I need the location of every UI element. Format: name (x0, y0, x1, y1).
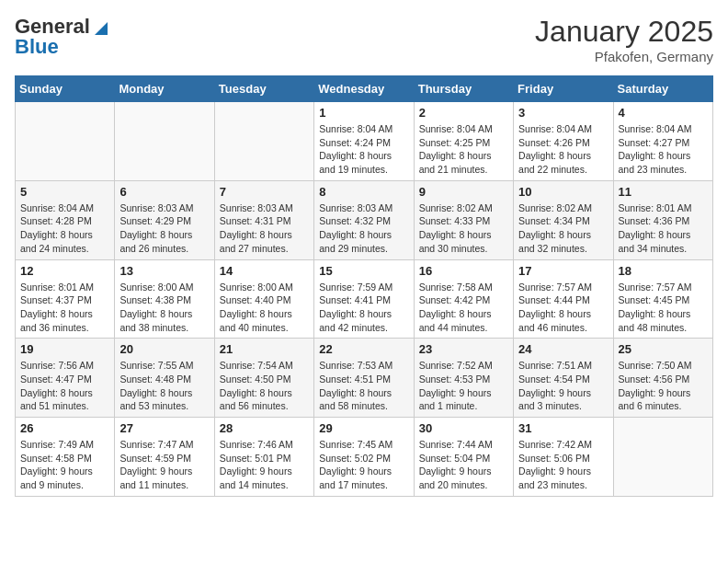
day-number: 31 (518, 421, 608, 435)
calendar-cell: 26Sunrise: 7:49 AM Sunset: 4:58 PM Dayli… (16, 418, 115, 497)
calendar-cell: 25Sunrise: 7:50 AM Sunset: 4:56 PM Dayli… (613, 339, 712, 418)
day-info: Sunrise: 7:58 AM Sunset: 4:42 PM Dayligh… (419, 281, 508, 335)
day-info: Sunrise: 8:03 AM Sunset: 4:31 PM Dayligh… (220, 201, 309, 256)
day-info: Sunrise: 8:01 AM Sunset: 4:37 PM Dayligh… (20, 281, 109, 335)
calendar-cell: 12Sunrise: 8:01 AM Sunset: 4:37 PM Dayli… (16, 259, 115, 339)
weekday-header-row: SundayMondayTuesdayWednesdayThursdayFrid… (16, 76, 713, 102)
svg-marker-0 (95, 22, 108, 35)
day-info: Sunrise: 7:49 AM Sunset: 4:58 PM Dayligh… (20, 438, 109, 492)
day-number: 11 (619, 185, 708, 199)
day-number: 23 (419, 342, 508, 356)
day-info: Sunrise: 8:04 AM Sunset: 4:26 PM Dayligh… (518, 122, 608, 177)
calendar-cell: 31Sunrise: 7:42 AM Sunset: 5:06 PM Dayli… (514, 418, 613, 497)
calendar-cell (613, 418, 712, 497)
calendar-cell: 24Sunrise: 7:51 AM Sunset: 4:54 PM Dayli… (514, 339, 613, 418)
calendar-cell: 2Sunrise: 8:04 AM Sunset: 4:25 PM Daylig… (414, 102, 513, 181)
weekday-header-sunday: Sunday (16, 76, 115, 102)
calendar-cell: 29Sunrise: 7:45 AM Sunset: 5:02 PM Dayli… (314, 418, 414, 497)
calendar-cell: 30Sunrise: 7:44 AM Sunset: 5:04 PM Dayli… (414, 418, 513, 497)
day-info: Sunrise: 7:42 AM Sunset: 5:06 PM Dayligh… (518, 438, 608, 492)
day-info: Sunrise: 8:02 AM Sunset: 4:34 PM Dayligh… (518, 201, 608, 256)
calendar-cell (16, 102, 115, 181)
day-number: 8 (319, 185, 408, 199)
weekday-header-friday: Friday (514, 76, 613, 102)
day-info: Sunrise: 7:54 AM Sunset: 4:50 PM Dayligh… (220, 359, 309, 413)
day-info: Sunrise: 7:47 AM Sunset: 4:59 PM Dayligh… (119, 438, 209, 492)
day-number: 12 (20, 264, 109, 278)
day-number: 22 (319, 342, 408, 356)
day-number: 5 (20, 185, 109, 199)
calendar-cell: 3Sunrise: 8:04 AM Sunset: 4:26 PM Daylig… (514, 102, 613, 181)
day-number: 6 (119, 185, 209, 199)
weekday-header-saturday: Saturday (613, 76, 712, 102)
day-info: Sunrise: 7:57 AM Sunset: 4:44 PM Dayligh… (518, 281, 608, 335)
day-info: Sunrise: 7:45 AM Sunset: 5:02 PM Dayligh… (319, 438, 408, 492)
calendar-cell (115, 102, 214, 181)
day-info: Sunrise: 8:00 AM Sunset: 4:38 PM Dayligh… (119, 281, 209, 335)
calendar-cell: 10Sunrise: 8:02 AM Sunset: 4:34 PM Dayli… (514, 180, 613, 259)
calendar-cell (214, 102, 313, 181)
day-number: 10 (518, 185, 608, 199)
day-info: Sunrise: 7:51 AM Sunset: 4:54 PM Dayligh… (518, 359, 608, 413)
day-number: 16 (419, 264, 508, 278)
calendar-cell: 20Sunrise: 7:55 AM Sunset: 4:48 PM Dayli… (115, 339, 214, 418)
calendar-cell: 8Sunrise: 8:03 AM Sunset: 4:32 PM Daylig… (314, 180, 414, 259)
day-info: Sunrise: 7:59 AM Sunset: 4:41 PM Dayligh… (319, 281, 408, 335)
calendar-cell: 22Sunrise: 7:53 AM Sunset: 4:51 PM Dayli… (314, 339, 414, 418)
day-info: Sunrise: 7:56 AM Sunset: 4:47 PM Dayligh… (20, 359, 109, 413)
calendar-cell: 28Sunrise: 7:46 AM Sunset: 5:01 PM Dayli… (214, 418, 313, 497)
title-area: January 2025 Pfakofen, Germany (535, 15, 713, 64)
day-number: 29 (319, 421, 408, 435)
day-number: 30 (419, 421, 508, 435)
day-number: 13 (119, 264, 209, 278)
day-number: 1 (319, 106, 408, 120)
day-number: 25 (619, 342, 708, 356)
day-info: Sunrise: 7:57 AM Sunset: 4:45 PM Dayligh… (619, 281, 708, 335)
week-row-4: 19Sunrise: 7:56 AM Sunset: 4:47 PM Dayli… (16, 339, 713, 418)
calendar-cell: 4Sunrise: 8:04 AM Sunset: 4:27 PM Daylig… (613, 102, 712, 181)
calendar-cell: 13Sunrise: 8:00 AM Sunset: 4:38 PM Dayli… (115, 259, 214, 339)
day-info: Sunrise: 7:55 AM Sunset: 4:48 PM Dayligh… (119, 359, 209, 413)
calendar-cell: 11Sunrise: 8:01 AM Sunset: 4:36 PM Dayli… (613, 180, 712, 259)
day-info: Sunrise: 8:04 AM Sunset: 4:27 PM Dayligh… (619, 122, 708, 177)
day-number: 27 (119, 421, 209, 435)
day-number: 18 (619, 264, 708, 278)
day-info: Sunrise: 7:50 AM Sunset: 4:56 PM Dayligh… (619, 359, 708, 413)
calendar-cell: 6Sunrise: 8:03 AM Sunset: 4:29 PM Daylig… (115, 180, 214, 259)
day-info: Sunrise: 8:04 AM Sunset: 4:24 PM Dayligh… (319, 122, 408, 177)
day-number: 14 (220, 264, 309, 278)
page-header: General Blue January 2025 Pfakofen, Germ… (15, 15, 713, 64)
month-title: January 2025 (535, 15, 713, 49)
day-number: 9 (419, 185, 508, 199)
calendar-cell: 7Sunrise: 8:03 AM Sunset: 4:31 PM Daylig… (214, 180, 313, 259)
calendar-cell: 15Sunrise: 7:59 AM Sunset: 4:41 PM Dayli… (314, 259, 414, 339)
weekday-header-thursday: Thursday (414, 76, 513, 102)
day-info: Sunrise: 7:52 AM Sunset: 4:53 PM Dayligh… (419, 359, 508, 413)
day-number: 24 (518, 342, 608, 356)
day-number: 26 (20, 421, 109, 435)
day-number: 3 (518, 106, 608, 120)
calendar-cell: 18Sunrise: 7:57 AM Sunset: 4:45 PM Dayli… (613, 259, 712, 339)
logo-arrow-icon (91, 18, 108, 35)
logo-blue: Blue (15, 35, 59, 59)
day-info: Sunrise: 8:02 AM Sunset: 4:33 PM Dayligh… (419, 201, 508, 256)
calendar-cell: 5Sunrise: 8:04 AM Sunset: 4:28 PM Daylig… (16, 180, 115, 259)
calendar-cell: 27Sunrise: 7:47 AM Sunset: 4:59 PM Dayli… (115, 418, 214, 497)
day-info: Sunrise: 8:01 AM Sunset: 4:36 PM Dayligh… (619, 201, 708, 256)
week-row-5: 26Sunrise: 7:49 AM Sunset: 4:58 PM Dayli… (16, 418, 713, 497)
day-info: Sunrise: 7:46 AM Sunset: 5:01 PM Dayligh… (220, 438, 309, 492)
day-number: 19 (20, 342, 109, 356)
calendar-table: SundayMondayTuesdayWednesdayThursdayFrid… (15, 75, 713, 497)
day-number: 4 (619, 106, 708, 120)
day-number: 17 (518, 264, 608, 278)
day-info: Sunrise: 8:03 AM Sunset: 4:29 PM Dayligh… (119, 201, 209, 256)
logo: General Blue (15, 15, 108, 59)
week-row-1: 1Sunrise: 8:04 AM Sunset: 4:24 PM Daylig… (16, 102, 713, 181)
calendar-cell: 17Sunrise: 7:57 AM Sunset: 4:44 PM Dayli… (514, 259, 613, 339)
location: Pfakofen, Germany (535, 49, 713, 64)
day-info: Sunrise: 8:03 AM Sunset: 4:32 PM Dayligh… (319, 201, 408, 256)
calendar-cell: 19Sunrise: 7:56 AM Sunset: 4:47 PM Dayli… (16, 339, 115, 418)
day-info: Sunrise: 8:00 AM Sunset: 4:40 PM Dayligh… (220, 281, 309, 335)
week-row-3: 12Sunrise: 8:01 AM Sunset: 4:37 PM Dayli… (16, 259, 713, 339)
day-number: 20 (119, 342, 209, 356)
